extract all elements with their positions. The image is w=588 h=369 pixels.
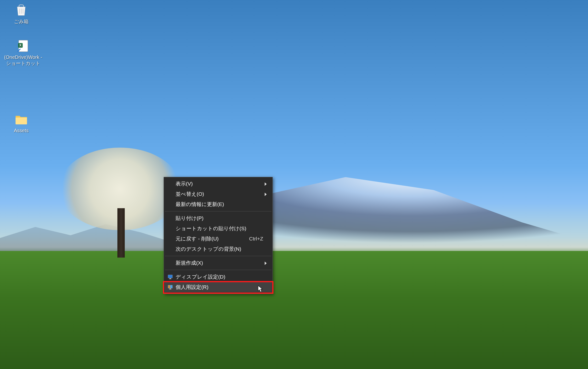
svg-text:X: X — [19, 43, 22, 47]
desktop-icon-label: ごみ箱 — [5, 19, 37, 25]
blank-icon — [167, 246, 174, 252]
menu-item-label: 元に戻す - 削除(U) — [176, 235, 242, 242]
menu-item-label: 並べ替え(O) — [176, 191, 263, 197]
svg-rect-5 — [169, 279, 171, 279]
menu-item-label: ディスプレイ設定(D) — [176, 273, 263, 280]
svg-rect-8 — [170, 289, 171, 289]
monitor-blue-icon — [167, 273, 174, 280]
blank-icon — [167, 225, 174, 232]
folder-icon — [14, 112, 28, 126]
svg-rect-3 — [168, 275, 172, 278]
svg-rect-7 — [168, 285, 170, 288]
desktop-context-menu: 表示(V)▶並べ替え(O)▶最新の情報に更新(E)貼り付け(P)ショートカットの… — [164, 177, 273, 294]
menu-item-label: 次のデスクトップの背景(N) — [176, 246, 263, 252]
blank-icon — [167, 235, 174, 242]
desktop-icon-label: (OneDrive)Work - ショートカット — [1, 54, 45, 66]
desktop-icon-onedrive-work[interactable]: X (OneDrive)Work - ショートカット — [1, 39, 45, 66]
recycle-bin-icon — [14, 3, 28, 17]
menu-item-paste_shortcut[interactable]: ショートカットの貼り付け(S) — [164, 223, 272, 234]
svg-rect-9 — [169, 289, 171, 289]
menu-item-personalize[interactable]: 個人用設定(R) — [164, 282, 272, 292]
svg-rect-4 — [170, 278, 171, 279]
excel-shortcut-icon: X — [16, 39, 30, 53]
menu-item-next_bg[interactable]: 次のデスクトップの背景(N) — [164, 244, 272, 254]
desktop-icon-label: Assets — [5, 128, 37, 134]
menu-item-label: 表示(V) — [176, 180, 263, 187]
menu-item-label: 貼り付け(P) — [176, 215, 263, 222]
blank-icon — [167, 215, 174, 222]
menu-item-undo_delete[interactable]: 元に戻す - 削除(U)Ctrl+Z — [164, 234, 272, 244]
menu-item-sort[interactable]: 並べ替え(O)▶ — [164, 189, 272, 199]
menu-item-refresh[interactable]: 最新の情報に更新(E) — [164, 199, 272, 209]
chevron-right-icon: ▶ — [264, 260, 267, 266]
chevron-right-icon: ▶ — [264, 181, 267, 186]
menu-separator — [165, 256, 271, 256]
blank-icon — [167, 201, 174, 208]
menu-item-label: 個人用設定(R) — [176, 284, 263, 291]
monitor-orange-icon — [167, 284, 174, 291]
menu-item-label: 新規作成(X) — [176, 260, 263, 266]
menu-item-paste[interactable]: 貼り付け(P) — [164, 213, 272, 223]
desktop[interactable]: ごみ箱 X (OneDrive)Work - ショートカット Assets 表示… — [0, 0, 588, 369]
menu-separator — [165, 211, 271, 211]
menu-separator — [165, 270, 271, 270]
chevron-right-icon: ▶ — [264, 191, 267, 197]
desktop-icon-recycle-bin[interactable]: ごみ箱 — [5, 3, 37, 25]
menu-item-view[interactable]: 表示(V)▶ — [164, 179, 272, 189]
menu-item-shortcut: Ctrl+Z — [249, 236, 263, 242]
menu-item-display[interactable]: ディスプレイ設定(D) — [164, 272, 272, 282]
wallpaper-tree — [59, 148, 181, 258]
menu-item-new[interactable]: 新規作成(X)▶ — [164, 258, 272, 268]
wallpaper-grass — [0, 251, 588, 369]
blank-icon — [167, 191, 174, 197]
blank-icon — [167, 180, 174, 187]
menu-item-label: 最新の情報に更新(E) — [176, 201, 263, 208]
menu-item-label: ショートカットの貼り付け(S) — [176, 225, 263, 232]
desktop-icon-assets[interactable]: Assets — [5, 112, 37, 134]
blank-icon — [167, 260, 174, 266]
